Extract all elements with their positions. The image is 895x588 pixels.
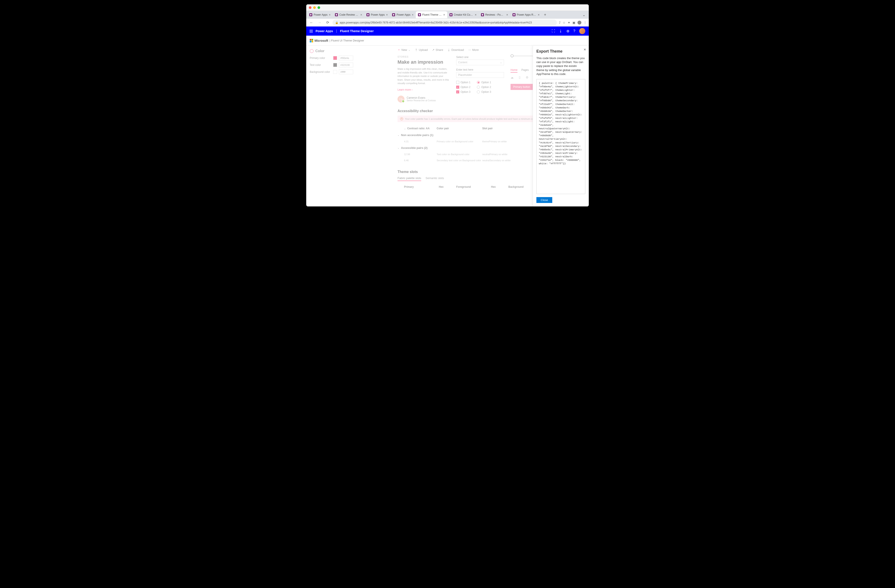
text-color-input[interactable] (339, 62, 353, 67)
brand-label: Microsoft (314, 39, 328, 42)
tab-close-icon[interactable]: × (443, 13, 445, 17)
tab-overflow-icon[interactable]: ⌄ (580, 13, 588, 17)
app-bar: Power Apps | Fluent Theme Designer ⛶ ⭳ ⚙… (306, 27, 589, 36)
stories-para: Make a big impression with this clean, m… (397, 67, 450, 85)
chevron-right-icon: › (412, 88, 413, 91)
address-bar: ← → ⟳ 🔒 apps.powerapps.com/play/2f6b0e93… (306, 19, 589, 27)
back-icon[interactable]: ← (308, 20, 314, 26)
gear-icon[interactable]: ⚙ (526, 76, 529, 79)
favicon-icon (418, 13, 421, 16)
extension-icon[interactable]: ▣ (572, 21, 575, 24)
fit-icon[interactable]: ⛶ (552, 29, 555, 33)
favicon-icon (309, 13, 312, 16)
more-button[interactable]: ⋯More (468, 48, 479, 52)
download-icon[interactable]: ⭳ (559, 29, 563, 33)
slider-thumb[interactable] (511, 54, 514, 58)
upload-button[interactable]: ⭱Upload (415, 48, 428, 52)
export-theme-panel: ✕ Export Theme This code block creates t… (533, 45, 589, 206)
download-button[interactable]: ⭳Download (448, 48, 464, 52)
content-select[interactable]: Content⌄ (456, 59, 504, 65)
window-minimize-icon[interactable] (313, 6, 316, 9)
bg-color-input[interactable] (339, 70, 353, 74)
chevron-down-icon[interactable]: ⌄ (404, 127, 406, 130)
browser-tab[interactable]: Creator Kit Control Referen× (447, 11, 479, 18)
new-tab-button[interactable]: + (542, 13, 549, 17)
phone-icon[interactable]: ▯ (519, 76, 520, 79)
lock-icon: 🔒 (335, 21, 338, 24)
tab-close-icon[interactable]: × (538, 13, 540, 17)
pivot-pages[interactable]: Pages (522, 68, 529, 73)
favicon-icon (366, 13, 370, 16)
url-input[interactable]: 🔒 apps.powerapps.com/play/2f6b0e93-7676-… (332, 20, 557, 26)
text-color-label: Text color (310, 64, 331, 67)
profile-icon[interactable] (578, 21, 581, 24)
primary-swatch[interactable] (333, 56, 337, 60)
checkbox-3[interactable]: ✓ (456, 90, 459, 94)
radio-3[interactable] (477, 90, 480, 94)
close-button[interactable]: Close (536, 197, 552, 203)
checkbox-2[interactable]: ✓ (456, 86, 459, 89)
text-label: Enter text here (456, 68, 504, 71)
browser-tab-strip: Power Apps× Code Review Tool Experim× Po… (306, 11, 589, 19)
settings-icon[interactable]: ⚙ (566, 29, 569, 33)
learn-more-link[interactable]: Learn more › (397, 88, 450, 91)
favicon-icon (392, 13, 395, 16)
bg-swatch[interactable] (333, 70, 337, 74)
share-button[interactable]: ↗Share (432, 48, 443, 52)
browser-tab[interactable]: Reviews - Power Apps× (479, 11, 510, 18)
error-text: Your color palette has 1 accessibility e… (405, 118, 546, 120)
subtitle-label: | Fluent UI Theme Designer (329, 39, 364, 42)
tab-semantic[interactable]: Semantic slots (426, 176, 444, 181)
avatar: CE (397, 95, 405, 103)
panel-close-icon[interactable]: ✕ (584, 48, 586, 51)
tab-close-icon[interactable]: × (386, 13, 388, 17)
chevron-down-icon: ⌄ (408, 48, 411, 52)
share-icon[interactable]: ⤴ (559, 21, 561, 24)
waffle-icon[interactable] (310, 30, 312, 33)
new-button[interactable]: ＋New⌄ (397, 48, 411, 52)
window-titlebar (306, 5, 589, 11)
window-close-icon[interactable] (309, 6, 311, 9)
help-icon[interactable]: ? (573, 29, 575, 33)
primary-button[interactable]: Primary button (511, 84, 533, 90)
browser-window: Power Apps× Code Review Tool Experim× Po… (306, 5, 589, 206)
stories-label: STORIES (397, 56, 450, 58)
menu-icon[interactable]: ⋮ (584, 21, 587, 24)
more-icon: ⋯ (468, 48, 471, 52)
sidebar-heading: Color (310, 49, 357, 53)
browser-tab[interactable]: Power Apps× (307, 11, 333, 18)
reload-icon[interactable]: ⟳ (325, 20, 330, 26)
radio-2[interactable] (477, 86, 480, 89)
text-color-row: Text color (310, 62, 357, 67)
tab-close-icon[interactable]: × (475, 13, 476, 17)
person-card: CE Cameron Evans Senior Researcher at Co… (397, 95, 450, 103)
tab-close-icon[interactable]: × (360, 13, 362, 17)
browser-tab[interactable]: Power Apps× (364, 11, 390, 18)
forward-icon[interactable]: → (317, 20, 323, 26)
favicon-icon (513, 13, 516, 16)
bookmark-icon[interactable]: ☆ (563, 21, 566, 24)
tab-close-icon[interactable]: × (412, 13, 414, 17)
primary-color-input[interactable] (339, 56, 353, 61)
tab-close-icon[interactable]: × (507, 13, 508, 17)
text-swatch[interactable] (333, 63, 337, 67)
radio-1[interactable] (477, 81, 480, 84)
checkbox-1[interactable] (456, 81, 459, 84)
user-avatar[interactable] (579, 28, 585, 34)
extensions-icon[interactable]: ✦ (568, 21, 570, 24)
bg-color-label: Background color (310, 70, 331, 73)
browser-tab[interactable]: Power Apps× (390, 11, 416, 18)
placeholder-input[interactable] (456, 72, 504, 78)
cloud-icon[interactable]: ☁ (511, 76, 514, 79)
browser-tab[interactable]: Power Apps Review Tool -× (510, 11, 542, 18)
person-name: Cameron Evans (407, 96, 436, 99)
url-text: apps.powerapps.com/play/2f6b0e93-7676-40… (340, 21, 532, 24)
browser-tab-active[interactable]: Fluent Theme Designer - P× (416, 11, 447, 18)
tab-fabric[interactable]: Fabric palette slots (397, 176, 421, 181)
theme-code-block[interactable]: { palette: { themePrimary: "#f00e4a", th… (536, 79, 585, 194)
window-maximize-icon[interactable] (317, 6, 320, 9)
tab-close-icon[interactable]: × (329, 13, 331, 17)
browser-tab[interactable]: Code Review Tool Experim× (333, 11, 364, 18)
pivot-home[interactable]: Home (511, 68, 517, 73)
favicon-icon (481, 13, 484, 16)
